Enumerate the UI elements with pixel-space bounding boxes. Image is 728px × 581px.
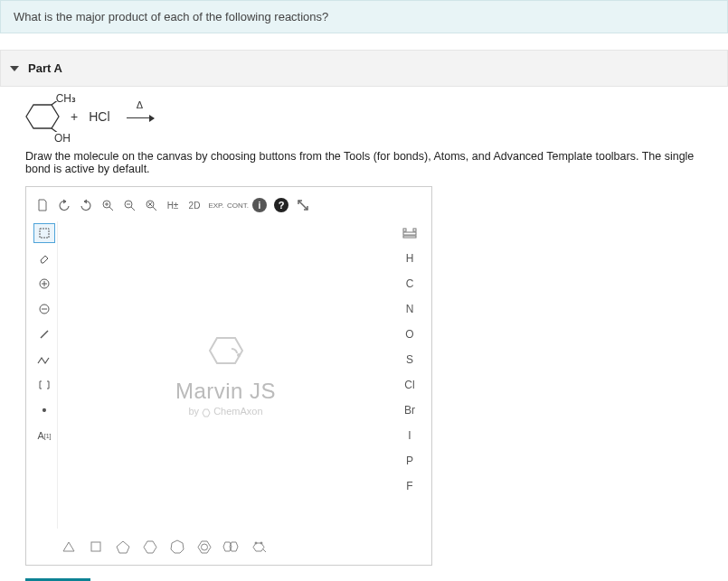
- part-header[interactable]: Part A: [0, 50, 728, 87]
- question-prompt: What is the major product of each of the…: [0, 0, 728, 33]
- help-icon[interactable]: ?: [272, 196, 290, 214]
- svg-line-8: [131, 207, 135, 211]
- view-2d-button[interactable]: 2D: [185, 196, 203, 214]
- eraser-tool[interactable]: [33, 248, 55, 268]
- atom-h[interactable]: H: [395, 248, 424, 268]
- atom-br[interactable]: Br: [395, 400, 424, 420]
- svg-point-37: [255, 542, 257, 544]
- atom-p[interactable]: P: [395, 451, 424, 471]
- atom-cl[interactable]: Cl: [395, 375, 424, 395]
- atom-o[interactable]: O: [395, 324, 424, 344]
- part-title: Part A: [28, 61, 62, 75]
- radical-tool[interactable]: •: [33, 400, 55, 420]
- more-templates-icon[interactable]: [249, 538, 269, 556]
- info-icon[interactable]: i: [251, 196, 269, 214]
- chain-tool[interactable]: [33, 350, 55, 370]
- svg-line-18: [41, 331, 48, 338]
- svg-marker-21: [203, 409, 210, 417]
- zoom-in-icon[interactable]: [99, 196, 117, 214]
- atoms-toolbar: H C N O S Cl Br I P F: [393, 221, 426, 529]
- fullscreen-icon[interactable]: [294, 196, 312, 214]
- svg-marker-35: [253, 543, 264, 551]
- drawing-canvas[interactable]: Marvin JS by ChemAxon: [57, 221, 393, 529]
- atom-f[interactable]: F: [395, 476, 424, 496]
- svg-marker-31: [198, 541, 211, 553]
- svg-marker-26: [63, 542, 74, 551]
- periodic-table-icon[interactable]: [395, 223, 424, 243]
- svg-marker-34: [230, 542, 238, 551]
- svg-rect-12: [40, 229, 49, 238]
- single-bond-tool[interactable]: [33, 324, 55, 344]
- substituent-oh: OH: [54, 132, 71, 145]
- marvin-logo-icon: [206, 333, 246, 371]
- plus-sign: +: [71, 109, 78, 124]
- svg-point-38: [260, 542, 262, 544]
- reagent-hcl: HCl: [89, 109, 109, 124]
- cyclopropane-template[interactable]: [59, 538, 79, 556]
- atom-c[interactable]: C: [395, 274, 424, 294]
- charge-minus-tool[interactable]: [33, 299, 55, 319]
- zoom-out-icon[interactable]: [120, 196, 138, 214]
- marvin-vendor: by ChemAxon: [188, 406, 262, 417]
- substituent-ch3: CH₃: [56, 92, 76, 105]
- marvin-editor: H± 2D EXP. CONT. i ?: [25, 186, 432, 566]
- svg-rect-27: [91, 542, 100, 551]
- svg-rect-23: [413, 229, 416, 231]
- atom-i[interactable]: I: [395, 426, 424, 445]
- svg-point-20: [237, 353, 241, 357]
- cycloheptane-template[interactable]: [167, 538, 187, 556]
- cyclobutane-template[interactable]: [86, 538, 106, 556]
- svg-marker-28: [117, 541, 129, 553]
- atom-n[interactable]: N: [395, 299, 424, 319]
- svg-line-36: [263, 549, 266, 552]
- undo-icon[interactable]: [55, 196, 73, 214]
- atom-map-tool[interactable]: A[1]: [33, 426, 55, 445]
- svg-marker-29: [144, 541, 156, 553]
- cyclopentane-template[interactable]: [113, 538, 133, 556]
- cyclohexane-template[interactable]: [140, 538, 160, 556]
- atom-s[interactable]: S: [395, 350, 424, 370]
- marvin-title: Marvin JS: [175, 379, 276, 404]
- selection-tool[interactable]: [33, 223, 55, 243]
- charge-plus-tool[interactable]: [33, 274, 55, 294]
- hydrogen-toggle-button[interactable]: H±: [164, 196, 182, 214]
- svg-line-11: [153, 207, 156, 211]
- delta-symbol: Δ: [137, 99, 143, 110]
- naphthalene-template[interactable]: [222, 538, 241, 556]
- bracket-tool[interactable]: [33, 375, 55, 395]
- svg-point-32: [202, 544, 208, 550]
- reaction-arrow: Δ: [127, 110, 154, 124]
- svg-marker-33: [223, 542, 232, 551]
- svg-rect-25: [403, 236, 416, 238]
- svg-marker-30: [171, 540, 184, 553]
- bond-tools-toolbar: • A[1]: [32, 221, 57, 529]
- svg-rect-22: [403, 229, 406, 231]
- benzene-template[interactable]: [194, 538, 214, 556]
- drawing-instruction: Draw the molecule on the canvas by choos…: [25, 150, 703, 175]
- contract-button[interactable]: CONT.: [229, 196, 247, 214]
- svg-rect-24: [403, 232, 416, 235]
- redo-icon[interactable]: [77, 196, 95, 214]
- new-document-icon[interactable]: [33, 196, 52, 214]
- svg-marker-19: [210, 338, 242, 363]
- expand-button[interactable]: EXP.: [207, 196, 225, 214]
- reaction-scheme: CH₃ OH + HCl Δ: [25, 101, 703, 132]
- svg-marker-0: [26, 105, 59, 128]
- cyclohexane-ring-icon: CH₃ OH: [25, 101, 60, 132]
- chevron-down-icon: [10, 66, 19, 71]
- top-toolbar: H± 2D EXP. CONT. i ?: [32, 192, 426, 221]
- svg-line-4: [109, 207, 113, 211]
- template-toolbar: [32, 529, 426, 559]
- zoom-fit-icon[interactable]: [142, 196, 160, 214]
